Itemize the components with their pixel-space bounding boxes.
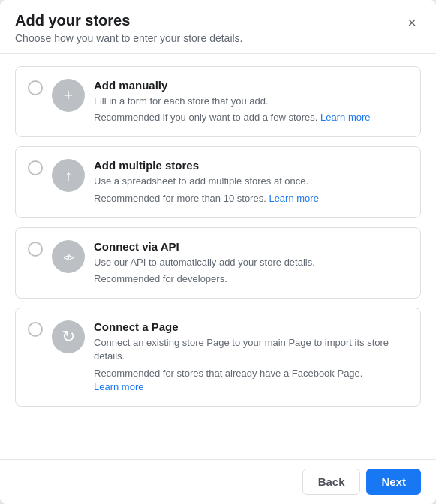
option-desc-api: Use our API to automatically add your st… [94,256,408,269]
option-icon-refresh [52,320,85,353]
add-stores-dialog: Add your stores Choose how you want to e… [0,0,436,504]
option-desc-multiple: Use a spreadsheet to add multiple stores… [94,175,408,188]
option-icon-code [52,240,85,273]
option-content-manually: Add manually Fill in a form for each sto… [94,79,408,124]
option-rec-manually: Recommended if you only want to add a fe… [94,111,408,124]
code-icon [64,248,74,264]
option-add-manually[interactable]: Add manually Fill in a form for each sto… [15,66,421,137]
option-rec-multiple: Recommended for more than 10 stores. Lea… [94,192,408,206]
option-desc-manually: Fill in a form for each store that you a… [94,94,408,108]
next-button[interactable]: Next [366,469,421,495]
refresh-icon [62,327,75,346]
option-title-multiple: Add multiple stores [94,159,408,172]
radio-manually[interactable] [28,80,43,95]
option-rec-api: Recommended for developers. [94,272,408,286]
radio-multiple[interactable] [28,160,43,176]
dialog-header: Add your stores Choose how you want to e… [0,0,436,54]
option-connect-page[interactable]: Connect a Page Connect an existing store… [15,308,421,406]
dialog-title: Add your stores [15,12,421,29]
option-content-multiple: Add multiple stores Use a spreadsheet to… [94,159,408,205]
option-icon-plus [52,79,85,112]
option-add-multiple[interactable]: Add multiple stores Use a spreadsheet to… [15,146,421,218]
dialog-subtitle: Choose how you want to enter your store … [15,32,421,44]
upload-icon [65,167,72,184]
learn-more-multiple[interactable]: Learn more [269,193,318,204]
radio-page[interactable] [28,322,43,337]
radio-api[interactable] [28,242,43,256]
option-connect-api[interactable]: Connect via API Use our API to automatic… [15,227,421,298]
dialog-footer: Back Next [0,459,436,504]
back-button[interactable]: Back [302,469,361,495]
option-content-api: Connect via API Use our API to automatic… [94,240,408,286]
plus-icon [64,86,74,105]
option-rec-page: Recommended for stores that already have… [94,367,408,394]
option-title-manually: Add manually [94,79,408,92]
option-title-api: Connect via API [94,240,408,253]
option-content-page: Connect a Page Connect an existing store… [94,320,408,394]
learn-more-page[interactable]: Learn more [94,381,143,392]
dialog-body: Add manually Fill in a form for each sto… [0,54,436,459]
option-title-page: Connect a Page [94,320,408,333]
close-button[interactable]: × [400,10,424,34]
option-desc-page: Connect an existing store Page to your m… [94,336,408,363]
option-icon-upload [52,159,85,192]
learn-more-manually[interactable]: Learn more [320,112,370,123]
